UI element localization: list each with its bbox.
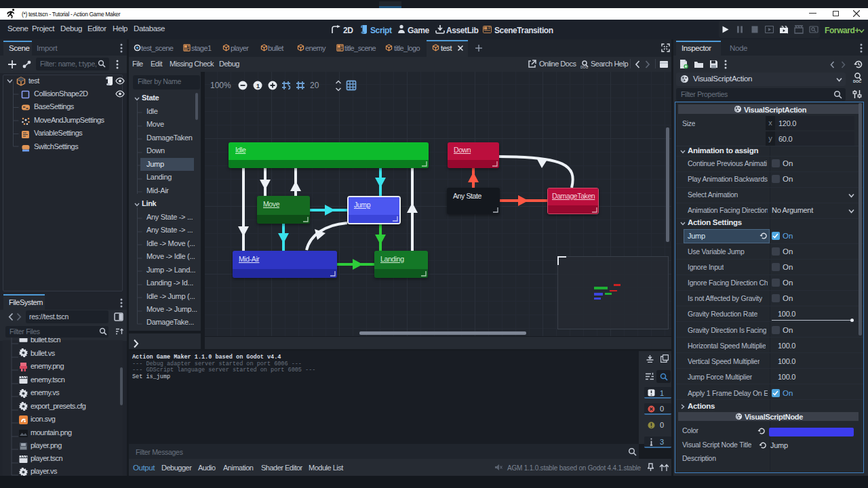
svg-text:DOC: DOC: [853, 79, 861, 83]
svg-text:1: 1: [256, 83, 260, 89]
svg-text:DOC: DOC: [580, 65, 589, 69]
